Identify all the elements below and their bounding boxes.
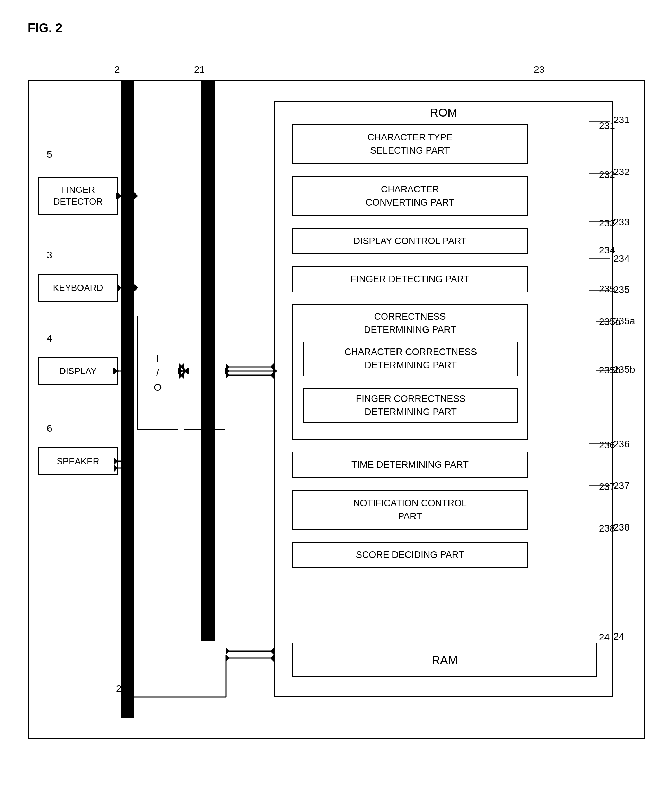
correctness-outer-label: CORRECTNESS DETERMINING PART <box>293 310 527 337</box>
cpu-box: C P U <box>184 316 225 430</box>
ref-2: 2 <box>114 64 120 75</box>
rom-component-234: FINGER DETECTING PART <box>292 266 528 292</box>
rom-component-237: NOTIFICATION CONTROL PART <box>292 490 528 530</box>
rom-component-238: SCORE DECIDING PART <box>292 542 528 568</box>
finger-detector-box: FINGER DETECTOR <box>38 177 118 215</box>
ref-24: 24 <box>613 631 624 642</box>
ref-21: 21 <box>194 64 205 75</box>
ref-232-label: 232 <box>599 169 615 180</box>
figure-label: FIG. 2 <box>28 21 62 35</box>
ref-237: 237 <box>613 480 630 491</box>
rom-component-235b: FINGER CORRECTNESS DETERMINING PART <box>303 388 518 423</box>
rom-component-232: CHARACTER CONVERTING PART <box>292 176 528 216</box>
keyboard-box: KEYBOARD <box>38 274 118 302</box>
rom-component-235a: CHARACTER CORRECTNESS DETERMINING PART <box>303 341 518 376</box>
ref-22: 22 <box>116 683 127 694</box>
ref-235-label: 235 <box>599 284 615 295</box>
ref-4: 4 <box>47 333 52 344</box>
ref-235b-label: 235b <box>599 365 620 376</box>
ref-234: 234 <box>613 253 630 264</box>
rom-component-231: CHARACTER TYPE SELECTING PART <box>292 124 528 164</box>
display-box: DISPLAY <box>38 357 118 385</box>
rom-component-236: TIME DETERMINING PART <box>292 452 528 478</box>
ref-237-label: 237 <box>599 481 615 492</box>
io-box: I / O <box>137 316 179 430</box>
speaker-box: SPEAKER <box>38 447 118 475</box>
ref-231: 231 <box>613 114 630 125</box>
rom-label: ROM <box>275 106 613 119</box>
ref-6: 6 <box>47 423 52 434</box>
ref-233: 233 <box>613 217 630 228</box>
ref-3: 3 <box>47 250 52 261</box>
ram-box: RAM <box>292 642 597 677</box>
ref-236-label: 236 <box>599 440 615 451</box>
ref-235a-label: 235a <box>599 316 620 327</box>
main-bus <box>121 80 134 718</box>
ref-5: 5 <box>47 149 52 160</box>
rom-component-233: DISPLAY CONTROL PART <box>292 228 528 254</box>
correctness-outer-box: CORRECTNESS DETERMINING PART CHARACTER C… <box>292 304 528 440</box>
ref-236: 236 <box>613 439 630 450</box>
ref-24-label: 24 <box>599 632 610 643</box>
ref-231-label: 231 <box>599 120 615 131</box>
ref-238-label: 238 <box>599 523 615 534</box>
ref-234-label: 234 <box>599 245 615 256</box>
ref-235: 235 <box>613 284 630 295</box>
ref-238: 238 <box>613 522 630 533</box>
ref-233-label: 233 <box>599 218 615 229</box>
ref-23: 23 <box>534 64 544 75</box>
ref-232: 232 <box>613 167 630 178</box>
